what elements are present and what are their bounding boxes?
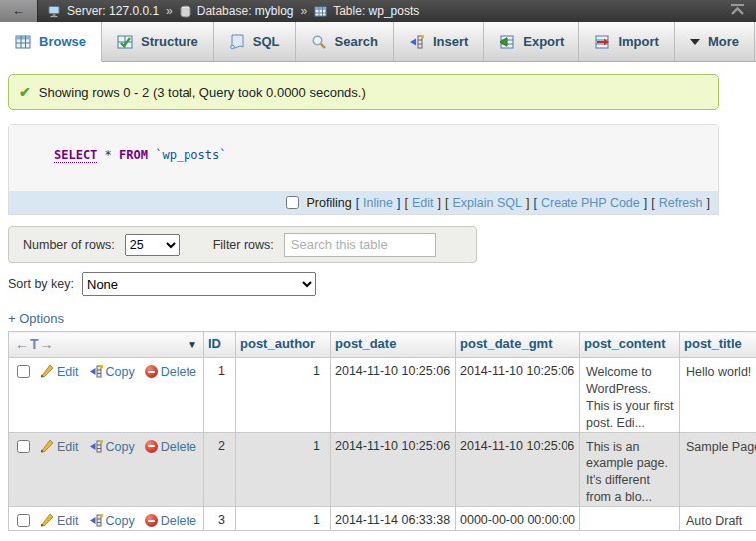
- cell-post-title: Sample Page: [680, 432, 756, 507]
- results-table: ←T→ ▼ ID post_author post_date post_date…: [8, 331, 756, 531]
- row-actions: EditCopyDelete: [9, 507, 204, 531]
- tab-structure-label: Structure: [141, 34, 198, 49]
- table-link[interactable]: wp_posts: [369, 4, 420, 18]
- bracket: ]: [526, 196, 529, 210]
- sql-table-identifier: `wp_posts`: [148, 148, 226, 162]
- breadcrumb-database: Database: myblog: [197, 4, 294, 18]
- delete-row-link[interactable]: Delete: [161, 365, 196, 379]
- breadcrumb-server: Server: 127.0.0.1: [67, 4, 159, 18]
- delete-icon: [145, 440, 158, 453]
- tab-structure[interactable]: Structure: [102, 22, 214, 61]
- sort-by-key-label: Sort by key:: [8, 277, 74, 291]
- bracket: ]: [397, 196, 400, 210]
- bracket: [: [445, 196, 448, 210]
- tab-more[interactable]: More: [675, 22, 755, 61]
- edit-row-link[interactable]: Edit: [57, 365, 79, 379]
- cell-post-content: Welcome to WordPress. This is your first…: [580, 358, 680, 433]
- column-header-id[interactable]: ID: [204, 332, 236, 358]
- row-checkbox[interactable]: [17, 365, 30, 378]
- tab-browse[interactable]: Browse: [0, 22, 102, 62]
- refresh-link[interactable]: Refresh: [659, 196, 703, 210]
- actions-menu-caret-icon[interactable]: ▼: [188, 339, 197, 350]
- cell-post-date: 2014-11-10 10:25:06: [331, 432, 456, 507]
- filter-rows-input[interactable]: [284, 233, 436, 257]
- pencil-icon: [40, 439, 54, 456]
- sql-query: SELECT * FROM `wp_posts`: [9, 125, 718, 191]
- back-button[interactable]: ←: [0, 0, 38, 22]
- cell-post-content: This is an example page. It's different …: [580, 432, 680, 507]
- export-icon: [499, 34, 515, 50]
- copy-row-link[interactable]: Copy: [106, 365, 135, 379]
- inline-link[interactable]: Inline: [363, 196, 393, 210]
- query-actions-bar: Profiling [ Inline ] [ Edit ] [ Explain …: [9, 191, 718, 214]
- cell-post-author: 1: [236, 432, 331, 507]
- breadcrumb-table: Table: wp_posts: [333, 4, 419, 18]
- server-icon: [48, 5, 61, 18]
- cell-post-date-gmt: 2014-11-10 10:25:06: [456, 358, 580, 433]
- collapse-panel-icon[interactable]: [729, 3, 746, 20]
- structure-icon: [117, 34, 133, 50]
- column-header-post-author[interactable]: post_author: [236, 332, 331, 358]
- chevron-down-icon: [690, 39, 700, 45]
- explain-sql-link[interactable]: Explain SQL: [452, 196, 521, 210]
- cell-post-title: Hello world!: [680, 358, 756, 433]
- cell-post-date-gmt: 0000-00-00 00:00:00: [456, 507, 580, 531]
- edit-row-link[interactable]: Edit: [57, 440, 79, 454]
- copy-icon: [89, 439, 103, 456]
- insert-icon: [409, 34, 425, 50]
- bracket: ]: [644, 196, 647, 210]
- delete-icon: [145, 514, 158, 527]
- table-row: EditCopyDelete 2 1 2014-11-10 10:25:06 2…: [9, 432, 756, 507]
- number-of-rows-select[interactable]: 25: [125, 234, 180, 256]
- column-header-post-title[interactable]: post_title: [680, 332, 756, 358]
- edit-query-link[interactable]: Edit: [412, 196, 434, 210]
- column-reorder-header: ←T→ ▼: [9, 332, 204, 358]
- tab-import[interactable]: Import: [579, 22, 674, 61]
- database-link[interactable]: myblog: [255, 4, 294, 18]
- server-link[interactable]: 127.0.0.1: [109, 4, 159, 18]
- tab-search-label: Search: [335, 34, 378, 49]
- tab-import-label: Import: [618, 34, 658, 49]
- cell-post-title: Auto Draft: [680, 507, 756, 531]
- success-check-icon: ✔: [19, 84, 31, 100]
- bracket: [: [651, 196, 654, 210]
- column-header-post-content[interactable]: post_content: [580, 332, 680, 358]
- tab-search[interactable]: Search: [296, 22, 394, 61]
- sort-by-key-select[interactable]: None: [82, 272, 316, 296]
- column-reorder-handle[interactable]: ←T→: [15, 336, 55, 352]
- copy-icon: [89, 364, 103, 381]
- sql-keyword-select[interactable]: SELECT: [54, 148, 97, 163]
- cell-post-author: 1: [236, 358, 331, 433]
- row-checkbox[interactable]: [17, 440, 30, 453]
- column-header-post-date-gmt[interactable]: post_date_gmt: [456, 332, 580, 358]
- tab-export[interactable]: Export: [484, 22, 579, 61]
- create-php-code-link[interactable]: Create PHP Code: [541, 196, 640, 210]
- bracket: ]: [707, 196, 710, 210]
- row-actions: EditCopyDelete: [9, 432, 204, 507]
- tab-insert-label: Insert: [433, 34, 468, 49]
- copy-row-link[interactable]: Copy: [106, 440, 135, 454]
- cell-post-date: 2014-11-14 06:33:38: [331, 507, 456, 531]
- tab-more-label: More: [708, 34, 739, 49]
- bracket: [: [533, 196, 536, 210]
- row-checkbox[interactable]: [17, 514, 30, 527]
- cell-id: 2: [204, 432, 236, 507]
- database-icon: [180, 5, 191, 18]
- delete-row-link[interactable]: Delete: [161, 440, 196, 454]
- table-row: EditCopyDelete 1 1 2014-11-10 10:25:06 2…: [9, 358, 756, 433]
- delete-row-link[interactable]: Delete: [161, 514, 196, 528]
- copy-row-link[interactable]: Copy: [106, 514, 135, 528]
- options-toggle[interactable]: + Options: [8, 311, 64, 326]
- bracket: [: [404, 196, 407, 210]
- copy-icon: [89, 513, 103, 530]
- tab-sql[interactable]: SQL: [214, 22, 296, 61]
- rows-filter-panel: Number of rows: 25 Filter rows:: [8, 226, 477, 263]
- edit-row-link[interactable]: Edit: [57, 514, 79, 528]
- profiling-checkbox[interactable]: [286, 196, 299, 209]
- tab-insert[interactable]: Insert: [394, 22, 484, 61]
- sql-query-box: SELECT * FROM `wp_posts` Profiling [ Inl…: [8, 124, 719, 215]
- number-of-rows-label: Number of rows:: [23, 238, 115, 252]
- column-header-post-date[interactable]: post_date: [331, 332, 456, 358]
- cell-post-content: [580, 507, 680, 531]
- cell-post-author: 1: [236, 507, 331, 531]
